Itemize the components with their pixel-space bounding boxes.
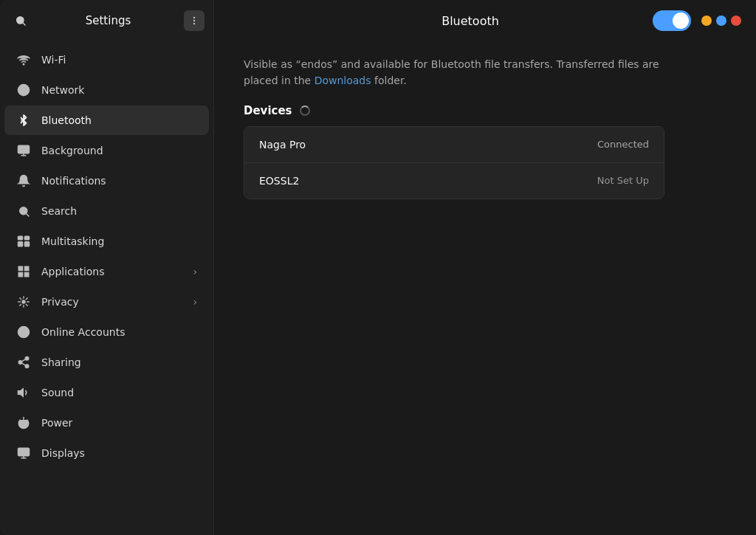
device-status-naga-pro: Connected <box>597 139 649 150</box>
privacy-icon <box>16 294 31 309</box>
device-name-eossl2: EOSSL2 <box>259 175 299 187</box>
info-text-part2: folder. <box>371 75 407 86</box>
window-controls <box>653 10 741 31</box>
notifications-icon <box>16 173 31 188</box>
sidebar-item-bluetooth-label: Bluetooth <box>41 114 92 126</box>
bluetooth-icon <box>16 113 31 128</box>
bluetooth-info-text: Visible as “endos” and available for Blu… <box>244 56 672 89</box>
sharing-icon <box>16 355 31 370</box>
sidebar-item-notifications-label: Notifications <box>41 175 106 187</box>
svg-line-12 <box>26 213 28 215</box>
content-area: Visible as “endos” and available for Blu… <box>214 41 756 535</box>
sidebar-item-multitasking[interactable]: Multitasking <box>4 227 209 256</box>
sidebar-item-bluetooth[interactable]: Bluetooth <box>4 106 209 135</box>
sidebar-item-sharing[interactable]: Sharing <box>4 348 209 377</box>
svg-point-2 <box>193 17 195 18</box>
svg-point-23 <box>22 329 26 333</box>
svg-point-3 <box>193 20 195 21</box>
svg-line-28 <box>21 359 25 362</box>
svg-point-4 <box>193 23 195 24</box>
info-text-part1: Visible as “endos” and available for Blu… <box>244 58 659 86</box>
sidebar-item-network-label: Network <box>41 84 84 96</box>
svg-rect-13 <box>18 236 23 240</box>
sidebar: Settings Wi-Fi <box>0 0 214 535</box>
device-name-naga-pro: Naga Pro <box>259 139 306 151</box>
maximize-button[interactable] <box>716 15 726 26</box>
sidebar-item-wifi-label: Wi-Fi <box>41 54 66 66</box>
sidebar-item-wifi[interactable]: Wi-Fi <box>4 45 209 75</box>
bluetooth-toggle[interactable] <box>653 10 691 31</box>
device-row-naga-pro[interactable]: Naga Pro Connected <box>244 127 664 163</box>
sidebar-search-button[interactable] <box>9 9 32 32</box>
sidebar-item-applications-label: Applications <box>41 266 105 277</box>
svg-rect-19 <box>18 273 22 277</box>
sidebar-item-privacy[interactable]: Privacy › <box>4 287 209 317</box>
sidebar-item-network[interactable]: Network <box>4 75 209 105</box>
svg-rect-31 <box>18 448 30 456</box>
svg-rect-17 <box>18 266 22 270</box>
devices-label: Devices <box>244 104 292 117</box>
privacy-arrow-icon: › <box>193 296 197 308</box>
main-content: Bluetooth Visible as “endos” and availab… <box>214 0 756 535</box>
online-accounts-icon <box>16 325 31 339</box>
sidebar-header: Settings <box>0 0 213 41</box>
close-button[interactable] <box>731 15 741 26</box>
svg-rect-15 <box>18 242 23 246</box>
sidebar-item-sharing-label: Sharing <box>41 356 81 368</box>
sidebar-item-search[interactable]: Search <box>4 196 209 226</box>
downloads-link[interactable]: Downloads <box>315 75 371 86</box>
sidebar-item-sound[interactable]: Sound <box>4 378 209 407</box>
device-row-eossl2[interactable]: EOSSL2 Not Set Up <box>244 163 664 199</box>
titlebar: Bluetooth <box>214 0 756 41</box>
sidebar-item-displays-label: Displays <box>41 447 85 459</box>
search-icon <box>16 204 31 218</box>
sidebar-item-online-accounts-label: Online Accounts <box>41 326 125 338</box>
svg-point-21 <box>22 300 25 303</box>
svg-rect-14 <box>25 236 30 240</box>
loading-spinner <box>300 106 310 116</box>
background-icon <box>16 143 31 158</box>
svg-rect-8 <box>18 145 30 153</box>
applications-arrow-icon: › <box>193 266 197 277</box>
sidebar-item-displays[interactable]: Displays <box>4 438 209 468</box>
applications-icon <box>16 264 31 279</box>
svg-rect-20 <box>25 273 29 277</box>
sidebar-item-background[interactable]: Background <box>4 136 209 165</box>
sidebar-title: Settings <box>38 14 178 27</box>
sidebar-menu-button[interactable] <box>184 10 205 31</box>
devices-list: Naga Pro Connected EOSSL2 Not Set Up <box>244 126 664 199</box>
svg-point-5 <box>23 63 24 65</box>
minimize-button[interactable] <box>701 15 712 26</box>
svg-rect-18 <box>25 266 29 270</box>
sidebar-item-applications[interactable]: Applications › <box>4 257 209 286</box>
network-icon <box>16 83 31 97</box>
displays-icon <box>16 446 31 460</box>
devices-header: Devices <box>244 104 726 117</box>
sidebar-item-background-label: Background <box>41 145 103 156</box>
sound-icon <box>16 385 31 400</box>
device-status-eossl2: Not Set Up <box>597 175 649 186</box>
multitasking-icon <box>16 234 31 249</box>
sidebar-item-power[interactable]: Power <box>4 408 209 438</box>
sidebar-item-online-accounts[interactable]: Online Accounts <box>4 317 209 347</box>
sidebar-item-notifications[interactable]: Notifications <box>4 166 209 196</box>
svg-rect-16 <box>25 242 30 246</box>
sidebar-item-privacy-label: Privacy <box>41 296 79 308</box>
sidebar-item-sound-label: Sound <box>41 387 74 398</box>
sidebar-item-power-label: Power <box>41 417 72 429</box>
sidebar-navigation: Wi-Fi Network Bluetooth <box>0 41 213 535</box>
svg-marker-29 <box>18 389 24 397</box>
wifi-icon <box>16 52 31 67</box>
sidebar-item-search-label: Search <box>41 205 77 217</box>
sidebar-item-multitasking-label: Multitasking <box>41 235 104 247</box>
power-icon <box>16 415 31 430</box>
page-title: Bluetooth <box>288 14 653 28</box>
svg-line-1 <box>23 23 25 25</box>
app-window: Settings Wi-Fi <box>0 0 756 535</box>
svg-line-27 <box>21 363 25 365</box>
